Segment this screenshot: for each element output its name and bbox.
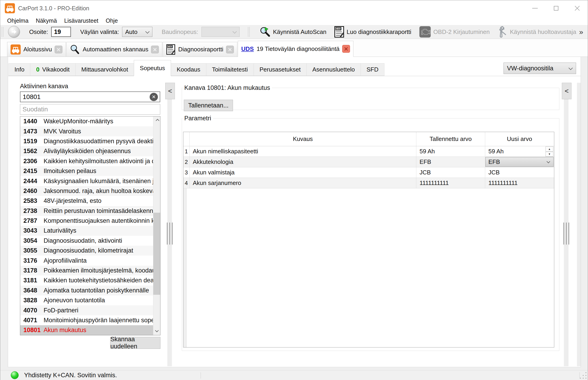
channel-list-item[interactable]: 3055Diagnoosisuodatin, kilometrirajat	[20, 246, 153, 256]
channel-list-scrollbar[interactable]	[153, 116, 160, 335]
row-number: 3	[183, 167, 189, 178]
channel-list-item[interactable]: 3054Diagnoosisuodatin, aktivointi	[20, 236, 153, 246]
channel-list-item[interactable]: 10801Akun mukautus	[20, 325, 153, 335]
channel-list-item[interactable]: 3181Kaikkien tuotekehitystietosähkeiden …	[20, 275, 153, 285]
tab-close-icon[interactable]	[226, 46, 234, 53]
resize-grip-icon[interactable]	[586, 378, 586, 379]
go-arrow-button[interactable]	[8, 26, 20, 38]
new-value-select[interactable]: EFB	[485, 157, 554, 167]
channel-list-item[interactable]: 1562Aliväyläyksiköiden ohjeasennus	[20, 146, 153, 156]
maximize-button[interactable]	[546, 0, 567, 16]
new-value-cell[interactable]: 1111111111	[485, 178, 554, 188]
tab-vikakoodit[interactable]: 0 Vikakoodit	[30, 63, 76, 76]
autoscan-button[interactable]: Käynnistä AutoScan	[259, 26, 327, 38]
active-channel-input[interactable]	[21, 93, 150, 101]
column-header-kuvaus[interactable]: Kuvaus	[189, 132, 416, 146]
tab-label: Koodaus	[177, 66, 200, 73]
bus-select[interactable]: Auto	[122, 27, 152, 37]
saving-button[interactable]: Tallennetaan...	[184, 100, 233, 111]
collapse-right-button[interactable]: <	[562, 83, 571, 99]
channel-list-item[interactable]: 3828Ajoneuvon tuotantotila	[20, 295, 153, 305]
left-splitter-handle-icon[interactable]	[167, 223, 173, 245]
parameter-row[interactable]: 1Akun nimelliskapasiteetti59 Ah59 Ah▲▼	[183, 146, 554, 157]
diagnosis-mode-select[interactable]: VW-diagnoositila	[504, 63, 576, 74]
channel-list-item[interactable]: 3648Ajomatka tuotantotilan poiskytkennäl…	[20, 285, 153, 295]
menu-ohje[interactable]: Ohje	[102, 16, 121, 25]
collapse-left-button[interactable]: <	[165, 83, 175, 99]
tab-perusasetukset[interactable]: Perusasetukset	[254, 63, 307, 76]
channel-list-item[interactable]: 1473MVK Varoitus	[20, 126, 153, 136]
tab-mittausarvolohkot[interactable]: Mittausarvolohkot	[75, 63, 134, 76]
channel-name: Ilmoituksen peilaus	[42, 168, 96, 175]
chevron-down-icon	[547, 160, 550, 163]
spin-up-icon[interactable]: ▲	[546, 147, 553, 152]
channel-list-item[interactable]: 2306Kaikkien kehitysilmoitusten aktivoin…	[20, 156, 153, 166]
tab-automaattinen-skannaus[interactable]: Automaattinen skannaus	[66, 42, 162, 57]
tab-close-icon[interactable]	[342, 45, 350, 53]
channel-list-item[interactable]: 2738Reittiin perustuvan toimintasädelask…	[20, 206, 153, 216]
channel-list-item[interactable]: 3176Ajoprofiilivalinta	[20, 256, 153, 266]
channel-list-item[interactable]: 258348V-järjestelmä, esto	[20, 196, 153, 206]
menu-nakyma[interactable]: Näkymä	[32, 16, 61, 25]
channel-list-item[interactable]: 3043Laturivälitys	[20, 226, 153, 236]
new-value-cell[interactable]: EFB	[485, 157, 554, 167]
value-spinner[interactable]: ▲▼	[546, 147, 553, 156]
parameter-description: Akkuteknologia	[189, 157, 416, 167]
tab-koodaus[interactable]: Koodaus	[171, 63, 206, 76]
minimize-button[interactable]	[525, 0, 546, 16]
channel-list-item[interactable]: 3178Poikkeamien ilmoitusjärjestelmä, koo…	[20, 266, 153, 275]
tab-label: Aloitussivu	[23, 46, 52, 53]
toolbar-overflow-icon[interactable]: »	[579, 28, 583, 36]
parameter-row[interactable]: 2AkkuteknologiaEFBEFB	[183, 157, 554, 167]
channel-id: 1473	[20, 128, 42, 135]
tab-sopeutus[interactable]: Sopeutus	[134, 60, 171, 76]
channel-id: 2444	[20, 178, 42, 185]
channel-list-item[interactable]: 4071Monitoimiohjauspyörän laajennettu so…	[20, 315, 153, 325]
tab-uds-diagnoosiliitanta[interactable]: UDS 19 Tietoväylän diagnoosiliitäntä	[238, 41, 354, 57]
clear-channel-icon[interactable]: ✕	[150, 93, 158, 101]
scroll-down-icon[interactable]	[153, 327, 160, 335]
right-splitter-handle-icon[interactable]	[564, 223, 569, 245]
channel-list-item[interactable]: 1440WakeUpMonitor-määritys	[20, 116, 153, 126]
diagnostic-report-button[interactable]: OBD Luo diagnostiikkaraportti	[334, 26, 411, 38]
maximize-icon	[554, 6, 558, 11]
tab-asennusluettelo[interactable]: Asennusluettelo	[306, 63, 361, 76]
address-input[interactable]	[51, 27, 71, 37]
spin-down-icon[interactable]: ▼	[546, 152, 553, 157]
parameter-row[interactable]: 3Akun valmistajaJCBJCB	[183, 167, 554, 178]
uds-icon: UDS	[241, 45, 254, 53]
rescan-button[interactable]: Skannaa uudelleen	[110, 337, 160, 349]
new-value-cell[interactable]: JCB	[485, 167, 554, 178]
channel-list-item[interactable]: 2444Käskysignaalien lukumäärä, itsenäine…	[20, 176, 153, 186]
tab-sfd[interactable]: SFD	[360, 63, 384, 76]
channel-list-item[interactable]: 1519Diagnostiikkasuodattimen pysyvä deak…	[20, 136, 153, 146]
filter-input[interactable]	[20, 104, 160, 114]
channel-list-item[interactable]: 2787Komponenttisuojauksen autentikoinnin…	[20, 216, 153, 226]
channel-name: Aliväyläyksiköiden ohjeasennus	[42, 148, 131, 155]
scrollbar-thumb[interactable]	[153, 213, 160, 295]
tab-diagnoosiraportti[interactable]: OBD Diagnoosiraportti	[163, 42, 237, 57]
tab-toimilaitetesti[interactable]: Toimilaitetesti	[206, 63, 254, 76]
new-value-cell[interactable]: 59 Ah▲▼	[485, 146, 554, 156]
tab-aloitussivu[interactable]: Aloitussivu	[7, 42, 66, 57]
channel-id: 4070	[20, 307, 42, 314]
status-message: Yhdistetty K+CAN. Sovitin valmis.	[24, 372, 117, 379]
toolbar-grip[interactable]	[2, 27, 3, 37]
column-header-tallennettu[interactable]: Tallennettu arvo	[416, 132, 485, 146]
menu-lisavarusteet[interactable]: Lisävarusteet	[61, 16, 102, 25]
tab-info[interactable]: Info	[8, 63, 30, 76]
menu-ohjelma[interactable]: Ohjelma	[3, 16, 32, 25]
channel-id: 3055	[20, 247, 42, 254]
scroll-up-icon[interactable]	[153, 116, 160, 125]
row-header-gutter	[183, 132, 189, 146]
column-header-uusi[interactable]: Uusi arvo	[485, 132, 554, 146]
parameter-description: Akun valmistaja	[189, 167, 416, 178]
tab-close-icon[interactable]	[151, 46, 159, 53]
channel-list-item[interactable]: 2415Ilmoituksen peilaus	[20, 166, 153, 176]
parameter-row[interactable]: 4Akun sarjanumero11111111111111111111	[183, 178, 554, 188]
close-button[interactable]	[567, 0, 588, 16]
tab-close-icon[interactable]	[55, 46, 63, 53]
autoscan-magnifier-icon	[259, 26, 271, 38]
channel-list-item[interactable]: 4070FoD-partneri	[20, 305, 153, 315]
channel-list-item[interactable]: 2460Jaksonmuod. raja, akun huoltoa koske…	[20, 186, 153, 196]
